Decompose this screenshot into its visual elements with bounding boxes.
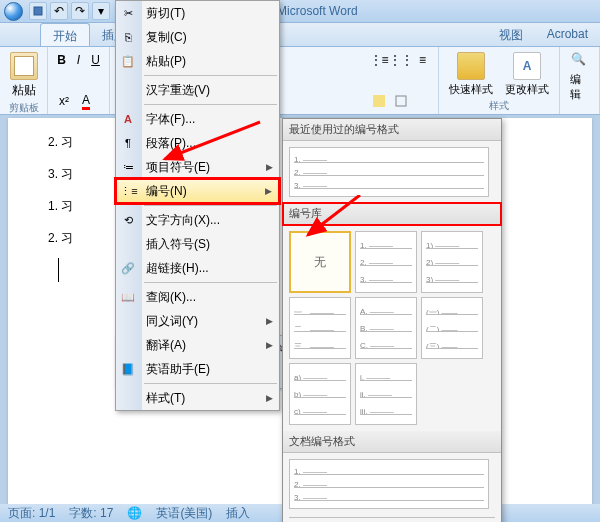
group-label-styles: 样式 (445, 99, 553, 113)
paste-button[interactable]: 粘贴 (6, 50, 41, 101)
menu-copy[interactable]: ⎘复制(C) (116, 25, 279, 49)
quick-styles-label: 快速样式 (449, 82, 493, 97)
bullets-icon: ≔ (120, 159, 136, 175)
change-styles-icon: A (513, 52, 541, 80)
menu-separator (144, 282, 277, 283)
status-insert[interactable]: 插入 (226, 505, 250, 522)
group-font: B I U x² A (48, 47, 110, 114)
menu-cut[interactable]: ✂剪切(T) (116, 1, 279, 25)
qat-dropdown-icon[interactable]: ▾ (92, 2, 110, 20)
paste-label: 粘贴 (12, 82, 36, 99)
number-style-chinese[interactable]: 一、———二、———三、——— (289, 297, 351, 359)
number-style-recent[interactable]: 1. ——— 2. ——— 3. ——— (289, 147, 489, 197)
cut-icon: ✂ (120, 5, 136, 21)
menu-separator (144, 383, 277, 384)
qat-save-icon[interactable] (29, 2, 47, 20)
menu-hyperlink[interactable]: 🔗超链接(H)... (116, 256, 279, 280)
menu-synonym[interactable]: 同义词(Y)▶ (116, 309, 279, 333)
panel-header-docfmt: 文档编号格式 (283, 431, 501, 453)
change-styles-label: 更改样式 (505, 82, 549, 97)
menu-label: 样式(T) (146, 390, 185, 407)
menu-textdir[interactable]: ⟲文字方向(X)... (116, 208, 279, 232)
super-button[interactable]: x² (54, 91, 74, 111)
english-icon: 📘 (120, 361, 136, 377)
context-menu: ✂剪切(T) ⎘复制(C) 📋粘贴(P) 汉字重选(V) A字体(F)... ¶… (115, 0, 280, 411)
number-style-chinese-paren[interactable]: (一) ——(二) ——(三) —— (421, 297, 483, 359)
ribbon: 粘贴 剪贴板 B I U x² A ⋮≡ ⋮⋮ ≡ 快速样式 (0, 47, 600, 115)
qat-undo-icon[interactable]: ↶ (50, 2, 68, 20)
ribbon-tabs: 开始 插入 视图 Acrobat (0, 23, 600, 47)
number-style-upper[interactable]: A. ———B. ———C. ——— (355, 297, 417, 359)
menu-numbering[interactable]: ⋮≡编号(N)▶ (116, 179, 279, 203)
multilevel-icon[interactable]: ⋮⋮ (391, 50, 411, 70)
shade-button[interactable] (369, 91, 389, 111)
paste-icon: 📋 (120, 53, 136, 69)
menu-font[interactable]: A字体(F)... (116, 107, 279, 131)
office-button[interactable] (4, 2, 23, 21)
number-style-roman[interactable]: i. ———ii. ———iii. ——— (355, 363, 417, 425)
menu-label: 粘贴(P) (146, 53, 186, 70)
style-line: 3. ——— (294, 181, 484, 189)
svg-rect-0 (34, 7, 42, 15)
tab-home[interactable]: 开始 (40, 23, 90, 46)
find-icon: 🔍 (571, 52, 589, 70)
number-style-none[interactable]: 无 (289, 231, 351, 293)
textdir-icon: ⟲ (120, 212, 136, 228)
status-page[interactable]: 页面: 1/1 (8, 505, 55, 522)
menu-paragraph[interactable]: ¶段落(P)... (116, 131, 279, 155)
none-label: 无 (314, 254, 326, 271)
submenu-arrow-icon: ▶ (266, 393, 273, 403)
submenu-arrow-icon: ▶ (266, 316, 273, 326)
menu-label: 超链接(H)... (146, 260, 209, 277)
submenu-arrow-icon: ▶ (266, 340, 273, 350)
menu-hanzi[interactable]: 汉字重选(V) (116, 78, 279, 102)
status-words[interactable]: 字数: 17 (69, 505, 113, 522)
menu-style[interactable]: 样式(T)▶ (116, 386, 279, 410)
number-style-paren[interactable]: 1) ———2) ———3) ——— (421, 231, 483, 293)
number-style-doc[interactable]: 1. ——— 2. ——— 3. ——— (289, 459, 489, 509)
bold-button[interactable]: B (54, 50, 69, 70)
italic-button[interactable]: I (71, 50, 86, 70)
menu-separator (144, 75, 277, 76)
menu-label: 查阅(K)... (146, 289, 196, 306)
menu-label: 英语助手(E) (146, 361, 210, 378)
quick-styles-button[interactable]: 快速样式 (445, 50, 497, 99)
paste-icon (10, 52, 38, 80)
status-lang[interactable]: 英语(美国) (156, 505, 212, 522)
font-icon: A (120, 111, 136, 127)
menu-label: 字体(F)... (146, 111, 195, 128)
paragraph-icon: ¶ (120, 135, 136, 151)
menu-separator (144, 104, 277, 105)
numbering-icon[interactable]: ⋮≡ (369, 50, 389, 70)
menu-translate[interactable]: 翻译(A)▶ (116, 333, 279, 357)
menu-label: 插入符号(S) (146, 236, 210, 253)
copy-icon: ⎘ (120, 29, 136, 45)
border-button[interactable] (391, 91, 411, 111)
title-bar: ↶ ↷ ▾ 示范 - Microsoft Word (0, 0, 600, 23)
para-button[interactable]: ≡ (413, 50, 432, 70)
numbering-icon: ⋮≡ (121, 183, 137, 199)
change-styles-button[interactable]: A 更改样式 (501, 50, 553, 99)
submenu-arrow-icon: ▶ (266, 162, 273, 172)
menu-label: 段落(P)... (146, 135, 196, 152)
lookup-icon: 📖 (120, 289, 136, 305)
color-button[interactable]: A (76, 91, 96, 111)
group-clipboard: 粘贴 剪贴板 (0, 47, 48, 114)
tab-acrobat[interactable]: Acrobat (535, 23, 600, 46)
quick-styles-icon (457, 52, 485, 80)
tab-view[interactable]: 视图 (487, 23, 535, 46)
menu-symbol[interactable]: 插入符号(S) (116, 232, 279, 256)
number-style-decimal[interactable]: 1. ———2. ———3. ——— (355, 231, 417, 293)
qat-redo-icon[interactable]: ↷ (71, 2, 89, 20)
menu-english[interactable]: 📘英语助手(E) (116, 357, 279, 381)
menu-paste[interactable]: 📋粘贴(P) (116, 49, 279, 73)
menu-bullets[interactable]: ≔项目符号(E)▶ (116, 155, 279, 179)
editing-button[interactable]: 🔍 编辑 (566, 50, 593, 104)
menu-label: 项目符号(E) (146, 159, 210, 176)
svg-rect-2 (396, 96, 406, 106)
menu-lookup[interactable]: 📖查阅(K)... (116, 285, 279, 309)
number-style-lower[interactable]: a) ———b) ———c) ——— (289, 363, 351, 425)
quick-access-toolbar: ↶ ↷ ▾ (29, 2, 110, 20)
status-lang-icon[interactable]: 🌐 (127, 506, 142, 520)
underline-button[interactable]: U (88, 50, 103, 70)
